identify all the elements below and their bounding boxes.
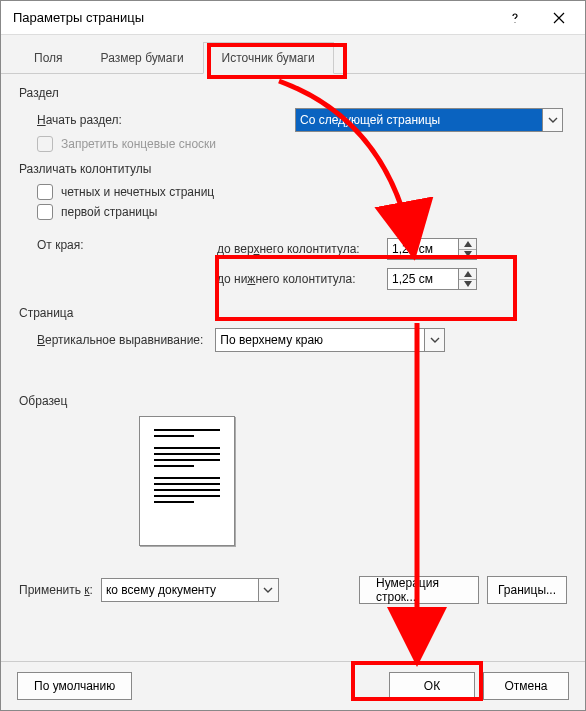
footer-distance-spinner[interactable] [387,268,477,290]
tab-content: Раздел Начать раздел: Со следующей стран… [1,74,585,604]
header-distance-spinner[interactable] [387,238,477,260]
dialog-footer: По умолчанию ОК Отмена [1,661,585,710]
odd-even-checkbox[interactable] [37,184,53,200]
borders-button[interactable]: Границы... [487,576,567,604]
spin-up-icon[interactable] [459,239,476,250]
close-button[interactable] [537,3,581,33]
start-section-select[interactable]: Со следующей страницы [295,108,563,132]
from-edge-label: От края: [37,234,217,252]
start-section-value: Со следующей страницы [295,108,543,132]
spin-down-icon[interactable] [459,250,476,260]
chevron-down-icon[interactable] [425,328,445,352]
tab-paper-source[interactable]: Источник бумаги [203,42,334,74]
suppress-endnotes-label: Запретить концевые сноски [61,137,216,151]
header-distance-input[interactable] [387,238,459,260]
section-group-label: Раздел [19,86,567,100]
cancel-button[interactable]: Отмена [483,672,569,700]
first-page-checkbox[interactable] [37,204,53,220]
apply-to-value: ко всему документу [101,578,259,602]
dialog-title: Параметры страницы [13,10,493,25]
footer-distance-label: до нижнего колонтитула: [217,272,387,286]
header-distance-label: до верхнего колонтитула: [217,242,387,256]
valign-select[interactable]: По верхнему краю [215,328,445,352]
apply-to-label: Применить к: [19,583,93,597]
valign-label: Вертикальное выравнивание: [37,333,203,347]
page-preview [139,416,235,546]
ok-button[interactable]: ОК [389,672,475,700]
odd-even-label: четных и нечетных страниц [61,185,214,199]
apply-to-select[interactable]: ко всему документу [101,578,279,602]
defaults-button[interactable]: По умолчанию [17,672,132,700]
start-section-label: Начать раздел: [37,113,122,127]
page-setup-dialog: Параметры страницы Поля Размер бумаги Ис… [0,0,586,711]
footer-distance-input[interactable] [387,268,459,290]
preview-label: Образец [19,394,567,408]
chevron-down-icon[interactable] [543,108,563,132]
valign-value: По верхнему краю [215,328,425,352]
page-group-label: Страница [19,306,567,320]
titlebar: Параметры страницы [1,1,585,35]
tab-strip: Поля Размер бумаги Источник бумаги [1,35,585,74]
chevron-down-icon[interactable] [259,578,279,602]
tab-paper-size[interactable]: Размер бумаги [82,42,203,74]
first-page-label: первой страницы [61,205,157,219]
suppress-endnotes-checkbox [37,136,53,152]
spin-down-icon[interactable] [459,280,476,290]
headers-group-label: Различать колонтитулы [19,162,567,176]
spin-up-icon[interactable] [459,269,476,280]
help-button[interactable] [493,3,537,33]
tab-fields[interactable]: Поля [15,42,82,74]
line-numbers-button[interactable]: Нумерация строк... [359,576,479,604]
